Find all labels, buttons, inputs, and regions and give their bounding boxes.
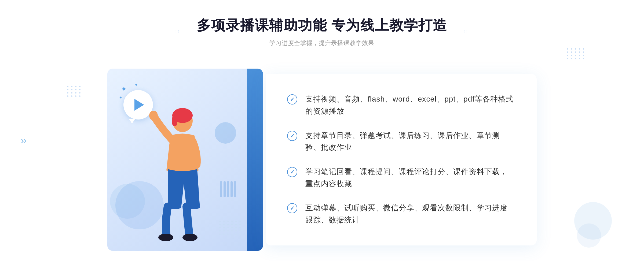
- check-icon-4: ✓: [287, 203, 297, 213]
- illustration-wrapper: ✦ ✦ ✦: [107, 63, 274, 256]
- feature-item-3: ✓ 学习笔记回看、课程提问、课程评论打分、课件资料下载，重点内容收藏: [287, 161, 515, 196]
- check-icon-2: ✓: [287, 131, 297, 141]
- check-mark-4: ✓: [290, 205, 295, 211]
- check-icon-1: ✓: [287, 94, 297, 105]
- dot-matrix-illustration: [219, 221, 241, 235]
- subtitle: 学习进度全掌握，提升录播课教学效果: [197, 39, 447, 47]
- check-mark-1: ✓: [290, 96, 295, 103]
- sparkle-2: ✦: [134, 82, 138, 88]
- blue-bar: [247, 69, 263, 251]
- feature-text-4: 互动弹幕、试听购买、微信分享、观看次数限制、学习进度跟踪、数据统计: [305, 202, 515, 226]
- check-icon-3: ✓: [287, 167, 297, 177]
- feature-item-4: ✓ 互动弹幕、试听购买、微信分享、观看次数限制、学习进度跟踪、数据统计: [287, 197, 515, 232]
- check-mark-2: ✓: [290, 133, 295, 139]
- header-deco-right: ⁞⁞: [463, 29, 469, 35]
- svg-rect-2: [172, 115, 177, 126]
- sparkle-1: ✦: [121, 85, 127, 94]
- dot-decoration-top-right: [567, 48, 585, 59]
- header-section: ⁞⁞ ⁞⁞ 多项录播课辅助功能 专为线上教学打造 学习进度全掌握，提升录播课教学…: [197, 16, 447, 47]
- page-container: » ⁞⁞ ⁞⁞ 多项录播课辅助功能 专为线上教学打造 学习进度全掌握，提升录播课…: [0, 0, 644, 261]
- feature-item-1: ✓ 支持视频、音频、flash、word、excel、ppt、pdf等各种格式的…: [287, 88, 515, 123]
- features-panel: ✓ 支持视频、音频、flash、word、excel、ppt、pdf等各种格式的…: [266, 74, 537, 245]
- feature-item-2: ✓ 支持章节目录、弹题考试、课后练习、课后作业、章节测验、批改作业: [287, 124, 515, 159]
- svg-point-3: [158, 234, 173, 241]
- illustration-card: ✦ ✦ ✦: [107, 69, 263, 251]
- content-area: ✦ ✦ ✦: [107, 63, 537, 256]
- svg-point-5: [149, 111, 158, 120]
- header-deco-left: ⁞⁞: [175, 29, 181, 35]
- bg-circle-decoration-2: [577, 223, 601, 248]
- feature-text-2: 支持章节目录、弹题考试、课后练习、课后作业、章节测验、批改作业: [305, 130, 515, 154]
- check-mark-3: ✓: [290, 169, 295, 175]
- chevron-left-decoration: »: [20, 134, 27, 147]
- feature-text-3: 学习笔记回看、课程提问、课程评论打分、课件资料下载，重点内容收藏: [305, 166, 515, 190]
- main-title: 多项录播课辅助功能 专为线上教学打造: [197, 16, 447, 35]
- feature-text-1: 支持视频、音频、flash、word、excel、ppt、pdf等各种格式的资源…: [305, 93, 515, 117]
- dot-decoration-left: [67, 86, 81, 97]
- svg-point-4: [182, 234, 197, 241]
- sparkle-3: ✦: [119, 95, 122, 100]
- figure-illustration: [129, 101, 223, 251]
